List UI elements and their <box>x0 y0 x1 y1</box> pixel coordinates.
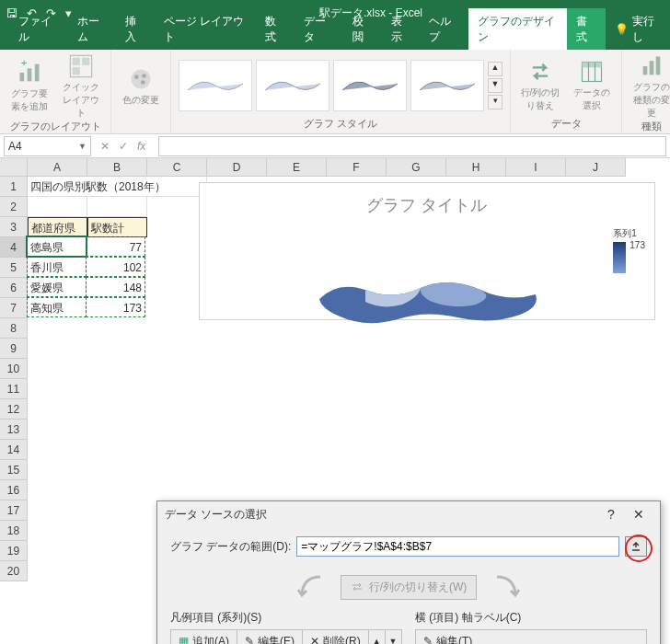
tab-help[interactable]: ヘルプ <box>420 8 468 50</box>
color-scale-icon <box>613 242 626 273</box>
embedded-chart[interactable]: グラフ タイトル 系列1 173 <box>199 182 655 320</box>
series-remove-button[interactable]: ✕削除(R) <box>303 630 369 644</box>
series-add-button[interactable]: ▦追加(A) <box>171 630 237 644</box>
row-header[interactable]: 4 <box>0 237 28 258</box>
row-headers[interactable]: 1234567891011121314151617181920 <box>0 177 28 581</box>
cell-a4[interactable]: 徳島県 <box>27 236 87 257</box>
row-header[interactable]: 14 <box>0 440 28 460</box>
row-header[interactable]: 3 <box>0 217 28 237</box>
column-header[interactable]: D <box>207 158 267 177</box>
row-header[interactable]: 17 <box>0 500 28 521</box>
style-thumb[interactable] <box>179 60 252 111</box>
row-header[interactable]: 6 <box>0 278 28 298</box>
column-header[interactable]: I <box>506 158 566 177</box>
chevron-up-icon[interactable]: ▲ <box>488 62 502 76</box>
close-icon[interactable]: ✕ <box>625 507 653 522</box>
tab-formulas[interactable]: 数式 <box>256 8 295 50</box>
series-edit-button[interactable]: ✎編集(E) <box>237 630 303 644</box>
chart-title[interactable]: グラフ タイトル <box>207 194 647 216</box>
column-header[interactable]: C <box>147 158 207 177</box>
column-header[interactable]: J <box>566 158 626 177</box>
row-header[interactable]: 8 <box>0 318 28 339</box>
dialog-help-button[interactable]: ? <box>597 507 625 522</box>
row-header[interactable]: 18 <box>0 521 28 541</box>
row-header[interactable]: 19 <box>0 541 28 561</box>
row-header[interactable]: 13 <box>0 420 28 440</box>
cell-a5[interactable]: 香川県 <box>27 257 87 277</box>
cell-a6[interactable]: 愛媛県 <box>27 277 87 297</box>
chevron-down-icon[interactable]: ▼ <box>488 78 502 93</box>
series-up-button[interactable]: ▲ <box>369 630 386 644</box>
style-thumb[interactable] <box>410 60 484 111</box>
cell-a7[interactable]: 高知県 <box>27 297 87 317</box>
tab-insert[interactable]: 挿入 <box>116 8 155 50</box>
style-scroll[interactable]: ▲ ▼ ▾ <box>488 62 502 109</box>
row-header[interactable]: 9 <box>0 339 28 359</box>
dialog-titlebar[interactable]: データ ソースの選択 ? ✕ <box>157 501 660 527</box>
formula-bar[interactable] <box>158 136 666 156</box>
add-chart-element-button[interactable]: + グラフ要素を追加 <box>7 60 52 113</box>
row-header[interactable]: 1 <box>0 177 28 197</box>
more-styles-icon[interactable]: ▾ <box>488 95 502 109</box>
row-header[interactable]: 11 <box>0 379 28 399</box>
collapse-dialog-button[interactable] <box>625 536 647 557</box>
tab-pagelayout[interactable]: ページ レイアウト <box>155 8 256 50</box>
column-header[interactable]: A <box>28 158 87 177</box>
tell-me[interactable]: 💡 実行し <box>606 8 670 50</box>
cells[interactable]: 四国の県別駅数（2018年） 都道府県 駅数計 徳島県 77 香川県 102 愛… <box>28 177 207 318</box>
cell-b6[interactable]: 148 <box>86 277 145 297</box>
chevron-down-icon[interactable]: ▼ <box>78 142 87 151</box>
select-data-dialog: データ ソースの選択 ? ✕ グラフ データの範囲(D): 行/列の切り替え(W… <box>156 500 661 644</box>
fx-icon[interactable]: fx <box>137 140 145 153</box>
cell-a3[interactable]: 都道府県 <box>28 217 87 237</box>
chart-range-input[interactable] <box>296 536 619 557</box>
name-box[interactable]: A4 ▼ <box>4 136 91 156</box>
column-header[interactable]: F <box>327 158 387 177</box>
style-thumb[interactable] <box>333 60 407 111</box>
row-header[interactable]: 16 <box>0 480 28 500</box>
tab-chart-design[interactable]: グラフのデザイン <box>468 8 567 50</box>
row-header[interactable]: 20 <box>0 561 28 581</box>
change-chart-type-button[interactable]: グラフの種類の変更 <box>630 53 670 120</box>
row-header[interactable]: 15 <box>0 460 28 480</box>
cell-a1[interactable]: 四国の県別駅数（2018年） <box>28 177 207 197</box>
column-header[interactable]: B <box>87 158 147 177</box>
column-headers[interactable]: ABCDEFGHIJ <box>28 158 626 177</box>
row-header[interactable]: 10 <box>0 359 28 379</box>
change-color-button[interactable]: 色の変更 <box>119 66 163 107</box>
enter-formula-icon[interactable]: ✓ <box>119 140 128 153</box>
style-gallery[interactable]: ▲ ▼ ▾ <box>179 60 502 111</box>
row-header[interactable]: 2 <box>0 197 28 217</box>
axis-edit-button[interactable]: ✎編集(T) <box>416 630 479 644</box>
row-header[interactable]: 12 <box>0 399 28 420</box>
svg-rect-5 <box>73 58 80 65</box>
svg-rect-1 <box>28 68 32 81</box>
worksheet-grid[interactable]: ABCDEFGHIJ 12345678910111213141516171819… <box>0 158 670 644</box>
cell-b7[interactable]: 173 <box>86 297 145 317</box>
tab-data[interactable]: データ <box>295 8 343 50</box>
switch-rowcol-button[interactable]: 行/列の切り替え <box>518 59 562 112</box>
series-down-button[interactable]: ▼ <box>386 630 401 644</box>
row-header[interactable]: 7 <box>0 298 28 318</box>
quick-layout-button[interactable]: クイックレイアウト <box>59 53 103 120</box>
tab-home[interactable]: ホーム <box>68 8 117 50</box>
column-header[interactable]: H <box>446 158 506 177</box>
row-header[interactable]: 5 <box>0 258 28 278</box>
tab-view[interactable]: 表示 <box>382 8 421 50</box>
group-label-styles: グラフ スタイル <box>179 117 502 133</box>
column-header[interactable]: G <box>387 158 446 177</box>
cell-b5[interactable]: 102 <box>86 257 145 277</box>
style-thumb[interactable] <box>256 60 329 111</box>
select-all-corner[interactable] <box>0 158 28 177</box>
svg-point-11 <box>141 80 145 85</box>
tab-review[interactable]: 校閲 <box>343 8 382 50</box>
svg-rect-6 <box>82 58 89 65</box>
cell-b4[interactable]: 77 <box>86 236 145 257</box>
column-header[interactable]: E <box>267 158 327 177</box>
cell-b3[interactable]: 駅数計 <box>87 217 147 237</box>
select-data-button[interactable]: データの選択 <box>570 59 614 112</box>
tab-chart-format[interactable]: 書式 <box>567 8 606 50</box>
svg-point-8 <box>132 70 151 89</box>
tab-file[interactable]: ファイル <box>9 8 68 50</box>
cancel-formula-icon[interactable]: ✕ <box>100 140 110 153</box>
